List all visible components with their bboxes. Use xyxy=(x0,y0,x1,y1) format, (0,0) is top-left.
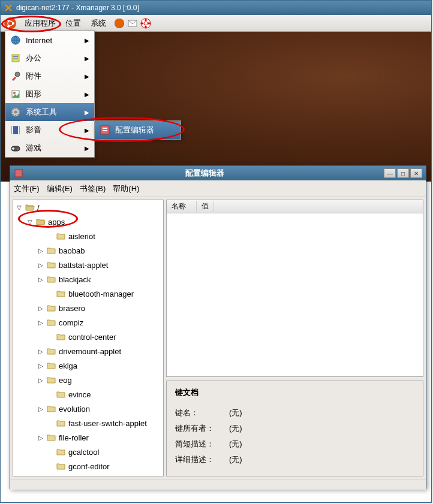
submenu-arrow-icon: ▶ xyxy=(85,73,89,80)
tree-item[interactable]: gconf-editor xyxy=(13,459,163,473)
key-doc-title: 键文档 xyxy=(175,387,414,398)
tree-item[interactable]: ▷evolution xyxy=(13,402,163,416)
svg-rect-12 xyxy=(13,58,18,59)
folder-icon xyxy=(25,203,35,212)
tree-item[interactable]: bluetooth-manager xyxy=(13,286,163,301)
submenu-arrow-icon: ▶ xyxy=(85,145,89,152)
menu-item-label: 办公 xyxy=(26,53,41,64)
expander-icon[interactable]: ▷ xyxy=(37,363,44,369)
tree-item[interactable]: ▷ekiga xyxy=(13,358,163,373)
expander-icon[interactable]: ▷ xyxy=(37,305,44,312)
tree-item[interactable]: ▷blackjack xyxy=(13,272,163,286)
tree-item[interactable]: ▷battstat-applet xyxy=(13,258,163,272)
tree-item[interactable]: fast-user-switch-applet xyxy=(13,416,163,430)
tree-item-label: gconf-editor xyxy=(68,462,110,471)
tree-item-label: gcalctool xyxy=(68,448,99,457)
expander-icon[interactable]: ▷ xyxy=(37,434,44,441)
tree-item-label: brasero xyxy=(59,304,85,313)
tree-item-label: apps xyxy=(48,218,65,227)
tree-item[interactable]: control-center xyxy=(13,330,163,344)
menu-help[interactable]: 帮助(H) xyxy=(113,183,139,194)
minimize-button[interactable]: — xyxy=(384,168,396,178)
tree-item-label: eog xyxy=(59,376,72,385)
graphics-icon xyxy=(10,89,21,99)
menu-item-games[interactable]: 游戏▶ xyxy=(5,139,94,157)
xmanager-icon xyxy=(4,4,13,12)
folder-icon xyxy=(47,318,56,327)
config-editor-window: 配置编辑器 — □ ✕ 文件(F) 编辑(E) 书签(B) 帮助(H) ▽/▽a… xyxy=(10,165,426,489)
expander-icon[interactable]: ▽ xyxy=(16,204,23,211)
menu-item-globe[interactable]: Internet▶ xyxy=(5,31,94,49)
svg-point-3 xyxy=(7,19,10,22)
submenu-arrow-icon: ▶ xyxy=(85,91,89,98)
panel-places[interactable]: 位置 xyxy=(61,15,86,31)
mail-icon[interactable] xyxy=(127,17,139,29)
gconf-tree[interactable]: ▽/▽appsaisleriot▷baobab▷battstat-applet▷… xyxy=(13,200,164,476)
svg-point-13 xyxy=(15,72,20,77)
outer-title-bar: digican-net2:177 - Xmanager 3.0 [:0.0] xyxy=(1,1,431,15)
svg-rect-25 xyxy=(103,128,107,129)
submenu-config-editor[interactable]: 配置编辑器 xyxy=(95,121,181,139)
expander-icon[interactable]: ▷ xyxy=(37,319,44,326)
tree-item[interactable]: ▷eog xyxy=(13,373,163,387)
submenu-arrow-icon: ▶ xyxy=(85,109,89,116)
status-bar xyxy=(10,479,426,490)
maximize-button[interactable]: □ xyxy=(397,168,409,178)
tree-item[interactable]: ▷file-roller xyxy=(13,430,163,445)
folder-icon xyxy=(47,361,56,370)
menu-item-system-tools[interactable]: 系统工具▶ xyxy=(5,103,94,121)
expander-icon[interactable]: ▷ xyxy=(37,276,44,283)
menu-item-accessories[interactable]: 附件▶ xyxy=(5,67,94,85)
expander-icon[interactable]: ▷ xyxy=(37,406,44,412)
svg-point-22 xyxy=(17,147,19,149)
tree-item[interactable]: ▷compiz xyxy=(13,315,163,330)
menu-item-office[interactable]: 办公▶ xyxy=(5,49,94,67)
folder-icon xyxy=(56,419,66,427)
folder-icon xyxy=(47,304,56,312)
expander-icon[interactable]: ▷ xyxy=(37,377,44,384)
expander-icon[interactable]: ▽ xyxy=(26,219,34,225)
folder-icon xyxy=(47,275,56,283)
tree-item[interactable]: gcalctool xyxy=(13,445,163,459)
close-button[interactable]: ✕ xyxy=(410,168,422,178)
menu-bookmark[interactable]: 书签(B) xyxy=(80,183,106,194)
menu-item-media[interactable]: 影音▶ xyxy=(5,121,94,139)
folder-icon xyxy=(47,347,56,355)
tree-item-label: ekiga xyxy=(59,361,77,370)
folder-icon xyxy=(47,433,56,442)
tree-item[interactable]: ▷brasero xyxy=(13,301,163,315)
panel-system[interactable]: 系统 xyxy=(86,15,111,31)
folder-icon xyxy=(56,289,66,298)
help-icon[interactable] xyxy=(140,17,152,29)
svg-rect-27 xyxy=(15,170,22,177)
tree-item[interactable]: ▽/ xyxy=(13,200,163,215)
tree-item-label: file-roller xyxy=(59,433,89,442)
expander-icon[interactable]: ▷ xyxy=(37,248,44,254)
menu-item-label: 附件 xyxy=(26,71,41,82)
tree-item-label: evince xyxy=(68,390,91,399)
expander-icon[interactable]: ▷ xyxy=(37,348,44,355)
tree-item[interactable]: ▽apps xyxy=(13,215,163,229)
tree-item[interactable]: evince xyxy=(13,387,163,402)
svg-point-17 xyxy=(14,111,17,114)
menu-item-graphics[interactable]: 图形▶ xyxy=(5,85,94,103)
key-name-value: (无) xyxy=(229,408,242,418)
folder-icon xyxy=(47,405,56,413)
expander-icon[interactable]: ▷ xyxy=(37,262,44,268)
tree-item[interactable]: aisleriot xyxy=(13,229,163,243)
col-value[interactable]: 值 xyxy=(197,201,214,212)
folder-icon xyxy=(47,376,56,384)
office-icon xyxy=(10,53,21,64)
tree-item-label: aisleriot xyxy=(68,232,95,241)
menu-file[interactable]: 文件(F) xyxy=(14,183,40,194)
firefox-icon[interactable] xyxy=(113,17,125,29)
folder-icon xyxy=(47,246,56,255)
menu-item-label: 图形 xyxy=(26,89,41,99)
system-tools-icon xyxy=(10,107,21,117)
menu-edit[interactable]: 编辑(E) xyxy=(47,183,73,194)
tree-item[interactable]: ▷baobab xyxy=(13,243,163,258)
panel-applications[interactable]: 应用程序 xyxy=(20,15,61,31)
submenu-arrow-icon: ▶ xyxy=(85,37,89,44)
col-name[interactable]: 名称 xyxy=(167,201,197,212)
tree-item[interactable]: ▷drivemount-applet xyxy=(13,344,163,358)
